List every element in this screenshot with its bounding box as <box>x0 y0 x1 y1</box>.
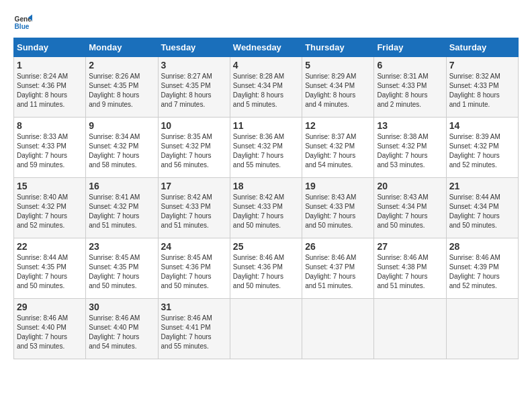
day-info: Sunrise: 8:32 AM Sunset: 4:33 PM Dayligh… <box>449 72 515 109</box>
day-cell <box>446 299 518 359</box>
day-info: Sunrise: 8:45 AM Sunset: 4:35 PM Dayligh… <box>89 253 154 291</box>
day-info: Sunrise: 8:46 AM Sunset: 4:39 PM Dayligh… <box>449 253 515 291</box>
day-cell: 14Sunrise: 8:39 AM Sunset: 4:32 PM Dayli… <box>446 118 518 178</box>
day-info: Sunrise: 8:26 AM Sunset: 4:35 PM Dayligh… <box>89 72 154 109</box>
day-number: 27 <box>377 241 443 252</box>
header-row: SundayMondayTuesdayWednesdayThursdayFrid… <box>14 38 519 57</box>
day-info: Sunrise: 8:46 AM Sunset: 4:40 PM Dayligh… <box>17 314 83 351</box>
day-number: 18 <box>233 181 299 191</box>
day-number: 5 <box>305 60 371 71</box>
day-number: 8 <box>17 120 83 131</box>
day-number: 16 <box>89 181 154 191</box>
day-cell: 25Sunrise: 8:46 AM Sunset: 4:36 PM Dayli… <box>230 238 302 299</box>
week-row-3: 15Sunrise: 8:40 AM Sunset: 4:32 PM Dayli… <box>14 178 519 238</box>
day-cell: 4Sunrise: 8:28 AM Sunset: 4:34 PM Daylig… <box>230 57 302 118</box>
day-number: 31 <box>161 302 227 312</box>
day-info: Sunrise: 8:35 AM Sunset: 4:32 PM Dayligh… <box>161 132 227 170</box>
day-number: 6 <box>377 60 443 71</box>
day-info: Sunrise: 8:42 AM Sunset: 4:33 PM Dayligh… <box>161 193 227 230</box>
day-number: 2 <box>89 60 154 71</box>
day-number: 22 <box>17 241 83 252</box>
day-info: Sunrise: 8:46 AM Sunset: 4:40 PM Dayligh… <box>89 314 154 351</box>
day-cell: 16Sunrise: 8:41 AM Sunset: 4:32 PM Dayli… <box>86 178 158 238</box>
day-number: 29 <box>17 302 83 312</box>
day-cell: 20Sunrise: 8:43 AM Sunset: 4:34 PM Dayli… <box>374 178 446 238</box>
day-cell: 17Sunrise: 8:42 AM Sunset: 4:33 PM Dayli… <box>158 178 230 238</box>
day-number: 14 <box>449 120 515 131</box>
day-number: 1 <box>17 60 83 71</box>
day-cell: 27Sunrise: 8:46 AM Sunset: 4:38 PM Dayli… <box>374 238 446 299</box>
page-header: General Blue <box>13 13 519 32</box>
day-cell: 26Sunrise: 8:46 AM Sunset: 4:37 PM Dayli… <box>302 238 374 299</box>
day-cell: 29Sunrise: 8:46 AM Sunset: 4:40 PM Dayli… <box>14 299 86 359</box>
day-cell: 31Sunrise: 8:46 AM Sunset: 4:41 PM Dayli… <box>158 299 230 359</box>
day-info: Sunrise: 8:45 AM Sunset: 4:36 PM Dayligh… <box>161 253 227 291</box>
day-cell: 15Sunrise: 8:40 AM Sunset: 4:32 PM Dayli… <box>14 178 86 238</box>
day-cell: 22Sunrise: 8:44 AM Sunset: 4:35 PM Dayli… <box>14 238 86 299</box>
day-info: Sunrise: 8:41 AM Sunset: 4:32 PM Dayligh… <box>89 193 154 230</box>
col-header-thursday: Thursday <box>302 38 374 57</box>
day-cell: 3Sunrise: 8:27 AM Sunset: 4:35 PM Daylig… <box>158 57 230 118</box>
day-info: Sunrise: 8:31 AM Sunset: 4:33 PM Dayligh… <box>377 72 443 109</box>
day-number: 25 <box>233 241 299 252</box>
day-number: 9 <box>89 120 154 131</box>
calendar-table: SundayMondayTuesdayWednesdayThursdayFrid… <box>13 38 519 359</box>
day-cell <box>230 299 302 359</box>
day-cell: 10Sunrise: 8:35 AM Sunset: 4:32 PM Dayli… <box>158 118 230 178</box>
logo: General Blue <box>13 13 35 32</box>
day-cell: 30Sunrise: 8:46 AM Sunset: 4:40 PM Dayli… <box>86 299 158 359</box>
day-cell <box>374 299 446 359</box>
day-number: 23 <box>89 241 154 252</box>
day-number: 12 <box>305 120 371 131</box>
day-info: Sunrise: 8:39 AM Sunset: 4:32 PM Dayligh… <box>449 132 515 170</box>
day-info: Sunrise: 8:46 AM Sunset: 4:36 PM Dayligh… <box>233 253 299 291</box>
day-number: 19 <box>305 181 371 191</box>
day-info: Sunrise: 8:43 AM Sunset: 4:34 PM Dayligh… <box>377 193 443 230</box>
day-info: Sunrise: 8:37 AM Sunset: 4:32 PM Dayligh… <box>305 132 371 170</box>
day-number: 20 <box>377 181 443 191</box>
day-number: 11 <box>233 120 299 131</box>
day-number: 17 <box>161 181 227 191</box>
day-info: Sunrise: 8:38 AM Sunset: 4:32 PM Dayligh… <box>377 132 443 170</box>
day-cell: 2Sunrise: 8:26 AM Sunset: 4:35 PM Daylig… <box>86 57 158 118</box>
day-info: Sunrise: 8:44 AM Sunset: 4:35 PM Dayligh… <box>17 253 83 291</box>
day-cell: 7Sunrise: 8:32 AM Sunset: 4:33 PM Daylig… <box>446 57 518 118</box>
week-row-2: 8Sunrise: 8:33 AM Sunset: 4:33 PM Daylig… <box>14 118 519 178</box>
day-number: 28 <box>449 241 515 252</box>
day-info: Sunrise: 8:27 AM Sunset: 4:35 PM Dayligh… <box>161 72 227 109</box>
day-info: Sunrise: 8:46 AM Sunset: 4:38 PM Dayligh… <box>377 253 443 291</box>
week-row-5: 29Sunrise: 8:46 AM Sunset: 4:40 PM Dayli… <box>14 299 519 359</box>
day-info: Sunrise: 8:33 AM Sunset: 4:33 PM Dayligh… <box>17 132 83 170</box>
day-number: 30 <box>89 302 154 312</box>
day-info: Sunrise: 8:46 AM Sunset: 4:37 PM Dayligh… <box>305 253 371 291</box>
day-info: Sunrise: 8:34 AM Sunset: 4:32 PM Dayligh… <box>89 132 154 170</box>
day-cell: 18Sunrise: 8:42 AM Sunset: 4:33 PM Dayli… <box>230 178 302 238</box>
day-cell: 12Sunrise: 8:37 AM Sunset: 4:32 PM Dayli… <box>302 118 374 178</box>
week-row-4: 22Sunrise: 8:44 AM Sunset: 4:35 PM Dayli… <box>14 238 519 299</box>
day-cell: 23Sunrise: 8:45 AM Sunset: 4:35 PM Dayli… <box>86 238 158 299</box>
day-cell: 11Sunrise: 8:36 AM Sunset: 4:32 PM Dayli… <box>230 118 302 178</box>
col-header-wednesday: Wednesday <box>230 38 302 57</box>
day-number: 15 <box>17 181 83 191</box>
day-cell: 1Sunrise: 8:24 AM Sunset: 4:36 PM Daylig… <box>14 57 86 118</box>
day-number: 21 <box>449 181 515 191</box>
day-number: 13 <box>377 120 443 131</box>
day-info: Sunrise: 8:42 AM Sunset: 4:33 PM Dayligh… <box>233 193 299 230</box>
svg-text:Blue: Blue <box>15 23 30 30</box>
col-header-monday: Monday <box>86 38 158 57</box>
day-cell: 8Sunrise: 8:33 AM Sunset: 4:33 PM Daylig… <box>14 118 86 178</box>
day-cell: 5Sunrise: 8:29 AM Sunset: 4:34 PM Daylig… <box>302 57 374 118</box>
col-header-friday: Friday <box>374 38 446 57</box>
day-cell: 6Sunrise: 8:31 AM Sunset: 4:33 PM Daylig… <box>374 57 446 118</box>
day-info: Sunrise: 8:40 AM Sunset: 4:32 PM Dayligh… <box>17 193 83 230</box>
day-number: 24 <box>161 241 227 252</box>
week-row-1: 1Sunrise: 8:24 AM Sunset: 4:36 PM Daylig… <box>14 57 519 118</box>
day-cell: 19Sunrise: 8:43 AM Sunset: 4:33 PM Dayli… <box>302 178 374 238</box>
col-header-saturday: Saturday <box>446 38 518 57</box>
day-number: 26 <box>305 241 371 252</box>
day-number: 10 <box>161 120 227 131</box>
col-header-tuesday: Tuesday <box>158 38 230 57</box>
day-number: 3 <box>161 60 227 71</box>
day-info: Sunrise: 8:44 AM Sunset: 4:34 PM Dayligh… <box>449 193 515 230</box>
day-cell: 28Sunrise: 8:46 AM Sunset: 4:39 PM Dayli… <box>446 238 518 299</box>
